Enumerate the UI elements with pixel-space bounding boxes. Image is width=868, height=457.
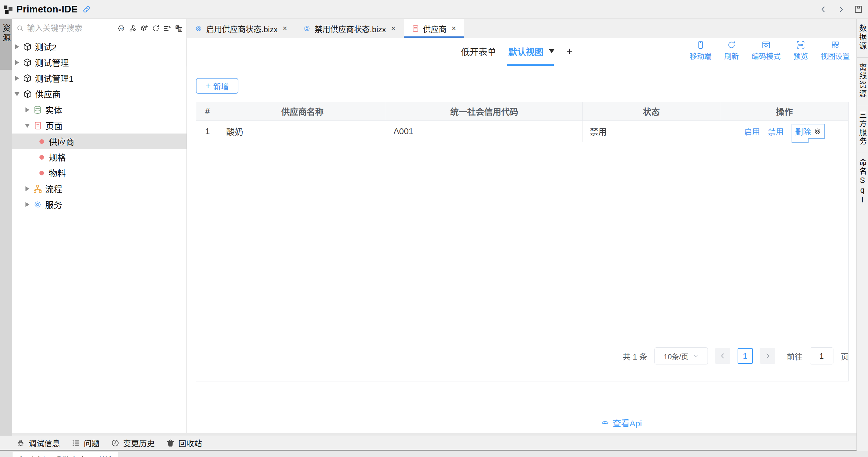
rail-tab-label: 数据源 bbox=[857, 24, 868, 51]
tab-default-view[interactable]: 默认视图 bbox=[508, 38, 544, 64]
page-size-select[interactable]: 10条/页 bbox=[654, 347, 708, 364]
rail-tab-offline-resources[interactable]: 离线资源 bbox=[857, 58, 868, 105]
disable-link[interactable]: 禁用 bbox=[768, 126, 784, 137]
add-view-button[interactable]: + bbox=[566, 38, 572, 64]
tree-item-test2[interactable]: 测试2 bbox=[12, 39, 187, 55]
editor-tab-disable-supplier[interactable]: 禁用供应商状态.bizx × bbox=[295, 19, 403, 38]
tree-item-entity[interactable]: 实体 bbox=[12, 102, 187, 118]
view-dropdown-caret-icon[interactable] bbox=[549, 38, 554, 64]
table-header: # 供应商名称 统一社会信用代码 状态 操作 bbox=[196, 102, 848, 121]
layout-grid-icon bbox=[831, 40, 840, 50]
editor-tab-enable-supplier[interactable]: 启用供应商状态.bizx × bbox=[187, 19, 295, 38]
editor-tab-supplier[interactable]: 供应商 × bbox=[404, 19, 464, 38]
delete-link[interactable]: 删除 bbox=[795, 126, 811, 137]
link-icon[interactable] bbox=[83, 5, 91, 13]
module-cube-icon bbox=[23, 74, 32, 83]
tree-item-label: 规格 bbox=[49, 151, 66, 163]
tree-item-test-mgmt[interactable]: 测试管理 bbox=[12, 55, 187, 70]
close-icon[interactable]: × bbox=[282, 24, 287, 33]
caret-right-icon[interactable] bbox=[15, 44, 19, 49]
recycle-bin-button[interactable]: 回收站 bbox=[166, 437, 202, 449]
change-history-button[interactable]: 变更历史 bbox=[111, 437, 155, 449]
page-icon bbox=[33, 121, 42, 130]
bottom-item-label: 问题 bbox=[84, 437, 99, 449]
caret-right-icon[interactable] bbox=[15, 60, 19, 65]
view-api-link[interactable]: 查看Api bbox=[600, 417, 642, 429]
editor-tab-label: 供应商 bbox=[423, 23, 447, 34]
caret-right-icon[interactable] bbox=[26, 108, 29, 112]
rail-tab-resources-label: 资源 bbox=[0, 24, 12, 70]
gear-icon bbox=[33, 200, 42, 209]
caret-down-icon[interactable] bbox=[25, 124, 30, 128]
cell-code: A001 bbox=[386, 121, 582, 142]
ai-icon[interactable] bbox=[117, 24, 125, 32]
module-cube-icon bbox=[23, 42, 32, 51]
tree-item-label: 测试2 bbox=[35, 41, 57, 53]
total-count: 共 1 条 bbox=[623, 351, 647, 362]
rail-tab-thirdparty-services[interactable]: 三方服务 bbox=[857, 105, 868, 153]
mobile-mode-button[interactable]: 移动端 bbox=[690, 40, 712, 61]
cell-name: 酸奶 bbox=[219, 121, 386, 142]
preview-button[interactable]: 预览 bbox=[794, 40, 808, 61]
caret-right-icon[interactable] bbox=[26, 202, 29, 207]
app-logo-icon bbox=[3, 4, 13, 14]
tooltip: 查看资源「供应商」详情 bbox=[12, 452, 118, 457]
tree-item-material-page[interactable]: 物料 bbox=[12, 165, 187, 181]
tree-item-pages[interactable]: 页面 bbox=[12, 118, 187, 133]
nav-forward-icon[interactable] bbox=[837, 5, 845, 14]
collapse-sort-icon[interactable] bbox=[163, 24, 172, 32]
tree-item-flow[interactable]: 流程 bbox=[12, 181, 187, 196]
red-dot-icon bbox=[39, 171, 44, 175]
gear-icon bbox=[195, 25, 203, 32]
page-unit-label: 页 bbox=[841, 351, 848, 362]
problems-button[interactable]: 问题 bbox=[71, 437, 99, 449]
close-icon[interactable]: × bbox=[452, 24, 457, 33]
tree-item-spec-page[interactable]: 规格 bbox=[12, 149, 187, 165]
search-input[interactable] bbox=[27, 24, 117, 33]
module-cube-icon bbox=[23, 58, 32, 67]
rail-tab-named-sql[interactable]: 命名Sql bbox=[857, 153, 868, 212]
selection-handle bbox=[792, 138, 809, 143]
tree-item-service[interactable]: 服务 bbox=[12, 196, 187, 212]
debug-info-button[interactable]: 调试信息 bbox=[17, 437, 60, 449]
caret-right-icon[interactable] bbox=[15, 76, 19, 81]
close-icon[interactable]: × bbox=[391, 24, 396, 33]
page-canvas: + 新增 # 供应商名称 统一社会信用代码 状态 操作 1 酸奶 A001 禁用… bbox=[187, 66, 857, 433]
tree-item-supplier-module[interactable]: 供应商 bbox=[12, 86, 187, 102]
editor-tab-label: 禁用供应商状态.bizx bbox=[314, 23, 386, 34]
rail-tab-label: 三方服务 bbox=[857, 111, 868, 146]
code-mode-button[interactable]: 编码模式 bbox=[751, 40, 781, 61]
caret-down-icon[interactable] bbox=[14, 92, 20, 96]
translate-icon[interactable] bbox=[175, 24, 183, 32]
next-page-button[interactable] bbox=[760, 348, 775, 364]
mobile-icon bbox=[696, 40, 705, 50]
enable-link[interactable]: 启用 bbox=[744, 126, 760, 137]
bottom-item-label: 调试信息 bbox=[29, 437, 60, 449]
gear-icon[interactable] bbox=[813, 127, 822, 135]
refresh-button[interactable]: 刷新 bbox=[724, 40, 739, 61]
col-code: 统一社会信用代码 bbox=[386, 102, 582, 120]
refresh-tree-icon[interactable] bbox=[152, 24, 160, 32]
nav-back-icon[interactable] bbox=[819, 5, 828, 14]
add-button[interactable]: + 新增 bbox=[196, 78, 238, 94]
prev-page-button[interactable] bbox=[715, 348, 730, 364]
form-type-label[interactable]: 低开表单 bbox=[461, 38, 496, 64]
rail-tab-resources[interactable]: 资源 bbox=[0, 19, 12, 70]
add-module-cube-icon[interactable] bbox=[140, 24, 148, 32]
save-icon[interactable] bbox=[854, 5, 863, 14]
action-label: 编码模式 bbox=[751, 50, 781, 61]
tree-item-test-mgmt1[interactable]: 测试管理1 bbox=[12, 70, 187, 86]
current-page-button[interactable]: 1 bbox=[738, 348, 753, 364]
share-nodes-icon[interactable] bbox=[129, 24, 137, 32]
tree-item-label: 流程 bbox=[45, 183, 62, 195]
col-status: 状态 bbox=[583, 102, 721, 120]
supplier-table: # 供应商名称 统一社会信用代码 状态 操作 1 酸奶 A001 禁用 启用 禁… bbox=[196, 102, 848, 382]
action-label: 视图设置 bbox=[821, 50, 850, 61]
action-label: 刷新 bbox=[724, 50, 739, 61]
view-settings-button[interactable]: 视图设置 bbox=[821, 40, 850, 61]
goto-page-input[interactable] bbox=[810, 347, 833, 364]
cell-status: 禁用 bbox=[583, 121, 721, 142]
rail-tab-datasource[interactable]: 数据源 bbox=[857, 19, 868, 58]
caret-right-icon[interactable] bbox=[26, 186, 29, 191]
tree-item-supplier-page[interactable]: 供应商 bbox=[12, 133, 187, 149]
